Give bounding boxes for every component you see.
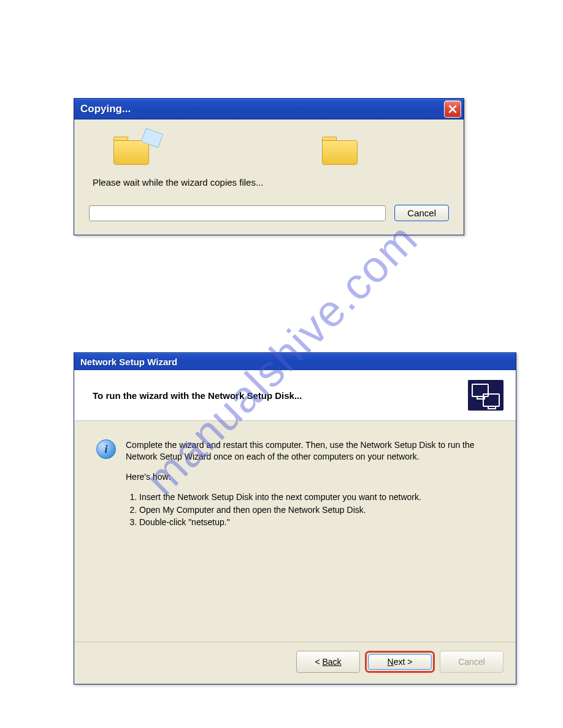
wizard-header: To run the wizard with the Network Setup… bbox=[74, 370, 516, 421]
folder-animation-row bbox=[89, 131, 449, 173]
progress-bar bbox=[89, 205, 386, 221]
cancel-button[interactable]: Cancel bbox=[394, 205, 449, 221]
wizard-step: Insert the Network Setup Disk into the n… bbox=[139, 491, 494, 503]
wizard-steps-list: Insert the Network Setup Disk into the n… bbox=[126, 491, 494, 529]
next-button[interactable]: Next > bbox=[368, 654, 432, 670]
wizard-intro-text: Complete the wizard and restart this com… bbox=[126, 439, 494, 463]
copying-titlebar[interactable]: Copying... bbox=[74, 99, 464, 119]
network-setup-wizard-dialog: Network Setup Wizard To run the wizard w… bbox=[74, 352, 516, 684]
wizard-titlebar[interactable]: Network Setup Wizard bbox=[74, 353, 516, 370]
wizard-heres-how: Here's how: bbox=[126, 471, 494, 483]
wizard-header-title: To run the wizard with the Network Setup… bbox=[93, 390, 302, 401]
back-button[interactable]: < Back bbox=[296, 651, 360, 673]
wizard-footer: < Back Next > Cancel bbox=[74, 642, 516, 684]
wizard-title: Network Setup Wizard bbox=[80, 357, 177, 367]
copying-body: Please wait while the wizard copies file… bbox=[74, 119, 464, 235]
network-computers-icon bbox=[468, 380, 504, 411]
copying-message: Please wait while the wizard copies file… bbox=[93, 177, 449, 188]
wizard-body: i Complete the wizard and restart this c… bbox=[74, 421, 516, 642]
progress-row: Cancel bbox=[89, 205, 449, 221]
source-folder-icon bbox=[113, 134, 150, 165]
cancel-button: Cancel bbox=[440, 651, 504, 673]
wizard-step: Open My Computer and then open the Netwo… bbox=[139, 504, 494, 516]
close-icon[interactable] bbox=[444, 100, 461, 118]
dest-folder-icon bbox=[322, 134, 359, 165]
wizard-content: Complete the wizard and restart this com… bbox=[126, 439, 494, 635]
copying-title: Copying... bbox=[80, 103, 131, 115]
next-button-highlight: Next > bbox=[365, 651, 435, 673]
copying-dialog: Copying... Please wait while the wizard … bbox=[74, 98, 464, 235]
wizard-step: Double-click "netsetup." bbox=[139, 517, 494, 528]
info-icon: i bbox=[96, 439, 116, 459]
